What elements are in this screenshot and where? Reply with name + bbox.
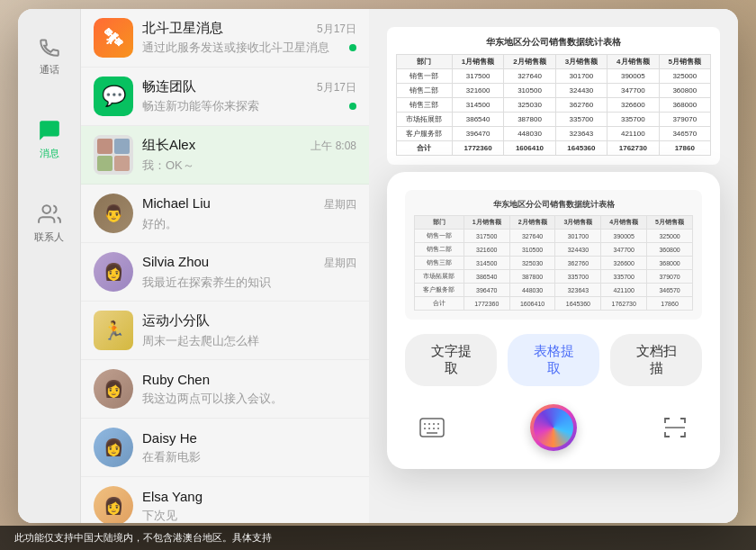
- mini-table-cell: 325030: [509, 257, 555, 270]
- overlay-card: 华东地区分公司销售数据统计表格 部门 1月销售额 2月销售额 3月销售额 4月销…: [387, 172, 720, 469]
- data-table: 部门 1月销售额 2月销售额 3月销售额 4月销售额 5月销售额 销售一部317…: [396, 54, 711, 156]
- mini-table: 部门 1月销售额 2月销售额 3月销售额 4月销售额 5月销售额 销售一部317…: [414, 215, 693, 311]
- action-buttons: 文字提取 表格提取 文档扫描: [405, 334, 702, 386]
- chat-name-silvia: Silvia Zhou: [142, 254, 209, 269]
- chat-time-group-alex: 上午 8:08: [310, 139, 356, 154]
- avatar-chang: 💬: [94, 77, 133, 116]
- table-cell: 1606410: [504, 141, 555, 156]
- scan-icon[interactable]: [657, 410, 693, 446]
- doc-scan-button[interactable]: 文档扫描: [610, 334, 702, 386]
- ai-assistant-icon: [534, 408, 573, 447]
- chat-name-elsa: Elsa Yang: [142, 489, 202, 504]
- table-cell: 387800: [504, 113, 555, 127]
- avatar-ruby: 👩: [94, 369, 133, 409]
- table-cell: 327640: [504, 69, 555, 84]
- chat-item-elsa[interactable]: 👩 Elsa Yang 下次见: [81, 477, 369, 523]
- chat-content-chang: 畅连团队 5月17日 畅连新功能等你来探索: [142, 78, 356, 114]
- ai-assistant-button[interactable]: [530, 404, 577, 451]
- mini-table-cell: 421100: [601, 284, 647, 297]
- chat-preview-elsa: 下次见: [142, 509, 177, 522]
- table-row: 销售三部314500325030362760326600368000: [397, 98, 711, 113]
- mini-table-cell: 销售二部: [415, 243, 464, 257]
- chat-preview-daisy: 在看新电影: [142, 450, 201, 464]
- mini-table-row: 合计177236016064101645360176273017860: [415, 297, 693, 311]
- table-cell: 市场拓展部: [397, 113, 453, 127]
- chat-time-chang: 5月17日: [317, 80, 356, 95]
- table-cell: 销售三部: [397, 98, 453, 113]
- contacts-icon: [37, 202, 62, 227]
- mini-table-cell: 323643: [555, 284, 601, 297]
- avatar-group-alex: [94, 135, 133, 175]
- chat-content-michael: Michael Liu 星期四 好的。: [142, 195, 356, 232]
- text-extract-button[interactable]: 文字提取: [405, 334, 497, 386]
- table-title: 华东地区分公司销售数据统计表格: [396, 36, 711, 49]
- sidebar-item-calls[interactable]: 通话: [22, 27, 76, 84]
- mini-table-cell: 市场拓展部: [415, 270, 464, 284]
- chat-item-sports[interactable]: 🏃 运动小分队 周末一起去爬山怎么样: [81, 302, 369, 360]
- table-header-4: 4月销售额: [608, 55, 659, 69]
- mini-table-row: 销售三部314500325030362760326600368000: [415, 257, 693, 270]
- table-cell: 1772360: [452, 141, 503, 156]
- messages-icon: [37, 118, 62, 143]
- mini-table-cell: 314500: [464, 257, 509, 270]
- table-extract-button[interactable]: 表格提取: [508, 334, 599, 386]
- table-cell: 360800: [659, 84, 710, 98]
- chat-name-group-alex: 组长Alex: [142, 137, 195, 154]
- chat-item-chang[interactable]: 💬 畅连团队 5月17日 畅连新功能等你来探索: [81, 68, 369, 126]
- chat-time-beidou: 5月17日: [317, 22, 356, 37]
- data-table-container: 华东地区分公司销售数据统计表格 部门 1月销售额 2月销售额 3月销售额 4月销…: [387, 27, 720, 165]
- table-row: 销售二部321600310500324430347700360800: [397, 84, 711, 98]
- chat-preview-sports: 周末一起去爬山怎么样: [142, 334, 259, 347]
- chat-item-daisy[interactable]: 👩 Daisy He 在看新电影: [81, 419, 369, 477]
- sidebar-item-messages[interactable]: 消息: [22, 111, 76, 167]
- disclaimer-text: 此功能仅支持中国大陆境内，不包含港澳台地区。具体支持: [14, 532, 272, 543]
- table-header-0: 部门: [397, 55, 453, 69]
- table-header-5: 5月销售额: [659, 55, 710, 69]
- table-cell: 321600: [452, 84, 503, 98]
- mini-table-row: 客户服务部396470448030323643421100346570: [415, 284, 693, 297]
- badge-chang: [349, 103, 356, 110]
- mini-table-cell: 335700: [601, 270, 647, 284]
- chat-item-ruby[interactable]: 👩 Ruby Chen 我这边两点可以接入会议。: [81, 360, 369, 419]
- table-cell: 301700: [555, 69, 607, 84]
- app-container: 通话 消息 联系人: [18, 9, 738, 523]
- mini-table-cell: 324430: [555, 243, 601, 257]
- chat-item-beidou[interactable]: 🛰 北斗卫星消息 5月17日 通过此服务发送或接收北斗卫星消息: [81, 9, 369, 68]
- chat-content-elsa: Elsa Yang 下次见: [142, 489, 356, 524]
- mini-table-cell: 448030: [509, 284, 555, 297]
- mini-table-cell: 销售一部: [415, 230, 464, 243]
- mini-table-cell: 379070: [647, 270, 693, 284]
- table-header-3: 3月销售额: [555, 55, 607, 69]
- mini-table-cell: 1762730: [601, 297, 647, 311]
- chat-item-silvia[interactable]: 👩 Silvia Zhou 星期四 我最近在探索养生的知识: [81, 243, 369, 302]
- table-cell: 1645360: [555, 141, 607, 156]
- chat-content-silvia: Silvia Zhou 星期四 我最近在探索养生的知识: [142, 254, 356, 291]
- mini-table-cell: 360800: [647, 243, 693, 257]
- table-cell: 310500: [504, 84, 555, 98]
- chat-name-chang: 畅连团队: [142, 78, 196, 95]
- mini-table-cell: 396470: [464, 284, 509, 297]
- avatar-elsa: 👩: [94, 486, 133, 523]
- mini-table-cell: 301700: [555, 230, 601, 243]
- mini-table-cell: 1606410: [509, 297, 555, 311]
- svg-rect-1: [420, 419, 444, 437]
- table-cell: 421100: [608, 127, 659, 141]
- mini-table-cell: 326600: [601, 257, 647, 270]
- chat-item-michael[interactable]: 👨 Michael Liu 星期四 好的。: [81, 185, 369, 243]
- mini-table-cell: 310500: [509, 243, 555, 257]
- chat-time-silvia: 星期四: [324, 256, 356, 271]
- table-cell: 347700: [608, 84, 659, 98]
- chat-item-group-alex[interactable]: 组长Alex 上午 8:08 我：OK～: [81, 126, 369, 185]
- mini-table-cell: 387800: [509, 270, 555, 284]
- keyboard-icon[interactable]: [414, 410, 450, 446]
- main-content: 华东地区分公司销售数据统计表格 部门 1月销售额 2月销售额 3月销售额 4月销…: [369, 9, 738, 523]
- table-cell: 326600: [608, 98, 659, 113]
- chat-name-sports: 运动小分队: [142, 312, 210, 329]
- mini-table-cell: 335700: [555, 270, 601, 284]
- sidebar-item-contacts[interactable]: 联系人: [22, 194, 76, 251]
- chat-content-daisy: Daisy He 在看新电影: [142, 430, 356, 465]
- chat-name-daisy: Daisy He: [142, 430, 197, 446]
- table-cell: 销售二部: [397, 84, 453, 98]
- chat-content-sports: 运动小分队 周末一起去爬山怎么样: [142, 312, 356, 349]
- svg-point-0: [42, 205, 50, 213]
